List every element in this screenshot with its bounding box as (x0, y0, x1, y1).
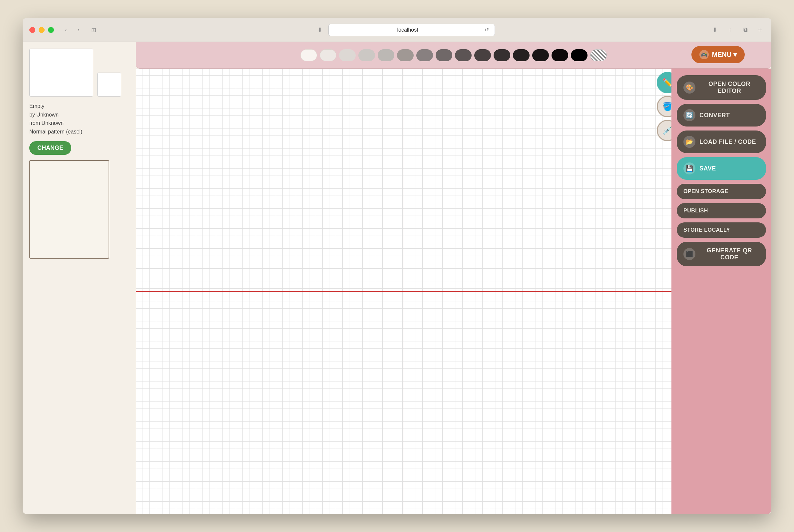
color-swatch-1[interactable] (300, 49, 317, 61)
pattern-by: by Unknown (29, 111, 129, 119)
open-color-editor-button[interactable]: 🎨 OPEN COLOR EDITOR (677, 75, 766, 100)
pattern-info: Empty by Unknown from Unknown Normal pat… (29, 102, 129, 136)
bottom-preview (29, 160, 109, 259)
forward-button[interactable]: › (73, 25, 84, 35)
generate-qr-button[interactable]: ⬛ GENERATE QR CODE (677, 242, 766, 266)
color-swatch-5[interactable] (378, 49, 394, 61)
color-editor-icon: 🎨 (683, 81, 696, 94)
sidebar-toggle-button[interactable]: ⊞ (87, 25, 100, 35)
back-button[interactable]: ‹ (61, 25, 71, 35)
save-label: SAVE (699, 165, 716, 172)
color-swatch-4[interactable] (358, 49, 375, 61)
load-file-code-button[interactable]: 📂 LOAD FILE / CODE (677, 131, 766, 153)
menu-label: MENU ▾ (712, 51, 737, 59)
share-button[interactable]: ↑ (725, 25, 735, 35)
right-panel: 🎨 OPEN COLOR EDITOR 🔄 CONVERT 📂 LOAD FIL… (671, 69, 771, 514)
toolbar-right: ⬇ ↑ ⧉ + (709, 25, 765, 35)
change-button[interactable]: CHANGE (29, 141, 71, 155)
fill-icon: 🪣 (662, 102, 672, 111)
color-swatch-3[interactable] (339, 49, 356, 61)
canvas-area[interactable] (136, 69, 671, 514)
windows-button[interactable]: ⧉ (740, 25, 751, 35)
pencil-icon: ✏️ (662, 78, 672, 87)
color-swatch-6[interactable] (397, 49, 414, 61)
color-swatch-10[interactable] (474, 49, 491, 61)
address-bar[interactable]: localhost ↺ (328, 24, 495, 36)
color-swatch-2[interactable] (320, 49, 336, 61)
color-swatch-striped[interactable] (590, 49, 607, 61)
load-file-code-label: LOAD FILE / CODE (699, 138, 756, 146)
pattern-type: Normal pattern (easel) (29, 128, 129, 136)
close-button[interactable] (29, 27, 35, 33)
pattern-title: Empty (29, 102, 129, 111)
color-swatch-7[interactable] (416, 49, 433, 61)
qr-icon: ⬛ (683, 248, 696, 260)
menu-button[interactable]: 🎮 MENU ▾ (691, 46, 745, 63)
nav-buttons: ‹ › (61, 25, 84, 35)
color-palette-bar (136, 42, 771, 69)
browser-window: ‹ › ⊞ ⬇ localhost ↺ ⬇ ↑ ⧉ + (23, 18, 771, 514)
store-locally-button[interactable]: STORE LOCALLY (677, 222, 766, 238)
load-icon: 📂 (683, 136, 696, 148)
save-button[interactable]: 💾 SAVE (677, 157, 766, 180)
canvas-grid (136, 69, 671, 514)
menu-icon: 🎮 (699, 50, 709, 59)
reload-button[interactable]: ↺ (483, 26, 491, 34)
pocket-button[interactable]: ⬇ (314, 25, 325, 35)
open-storage-button[interactable]: OPEN STORAGE (677, 184, 766, 199)
convert-label: CONVERT (699, 112, 730, 119)
convert-button[interactable]: 🔄 CONVERT (677, 104, 766, 127)
publish-button[interactable]: PUBLISH (677, 203, 766, 218)
left-panel: Empty by Unknown from Unknown Normal pat… (23, 42, 136, 514)
eyedropper-icon: 💉 (662, 126, 672, 135)
url-text: localhost (333, 27, 483, 33)
download-button[interactable]: ⬇ (709, 25, 720, 35)
color-swatch-14[interactable] (552, 49, 568, 61)
color-swatch-8[interactable] (436, 49, 452, 61)
pattern-preview-large (29, 49, 93, 97)
color-swatch-13[interactable] (532, 49, 549, 61)
app-content: 🎮 MENU ▾ Empty by Unknown from Unknown N… (23, 42, 771, 514)
color-swatch-11[interactable] (494, 49, 510, 61)
crosshair-vertical (404, 69, 404, 514)
color-swatch-15[interactable] (571, 49, 588, 61)
browser-titlebar: ‹ › ⊞ ⬇ localhost ↺ ⬇ ↑ ⧉ + (23, 18, 771, 42)
save-icon: 💾 (683, 163, 696, 174)
color-swatch-12[interactable] (513, 49, 530, 61)
generate-qr-label: GENERATE QR CODE (699, 247, 759, 261)
color-swatch-9[interactable] (455, 49, 472, 61)
pattern-from: from Unknown (29, 119, 129, 128)
pattern-previews (29, 49, 129, 97)
address-bar-container: ⬇ localhost ↺ (100, 24, 709, 36)
maximize-button[interactable] (48, 27, 54, 33)
new-tab-button[interactable]: + (755, 25, 765, 35)
convert-icon: 🔄 (683, 109, 696, 121)
open-color-editor-label: OPEN COLOR EDITOR (699, 80, 759, 95)
traffic-lights (29, 27, 54, 33)
pattern-preview-small (97, 73, 121, 97)
minimize-button[interactable] (39, 27, 44, 33)
